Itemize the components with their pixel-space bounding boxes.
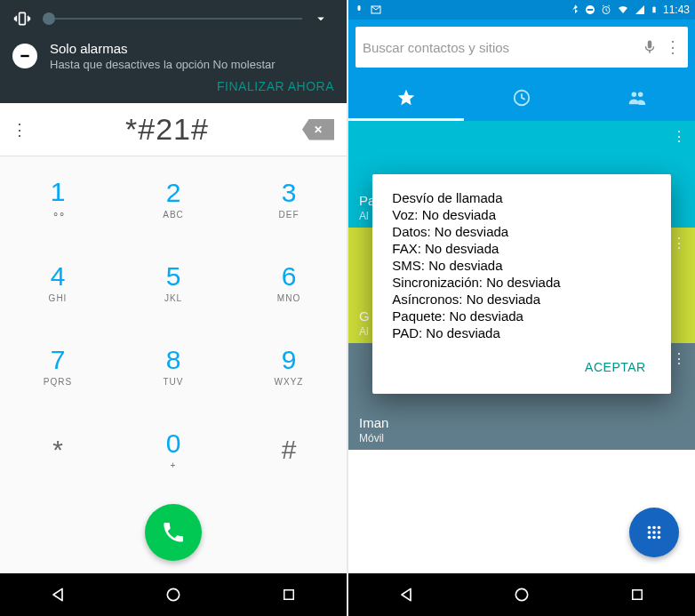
dialog-line: FAX: No desviada (392, 241, 651, 256)
dialog-scrim: Desvío de llamadaVoz: No desviadaDatos: … (348, 121, 695, 573)
key-1[interactable]: 1⚬⚬ (0, 156, 116, 240)
contacts-search[interactable]: Buscar contactos y sitios ⋮ (355, 27, 688, 68)
svg-point-2 (167, 588, 179, 600)
key-letters: MNO (277, 293, 300, 303)
key-number: 3 (282, 178, 297, 208)
key-4[interactable]: 4GHI (0, 240, 116, 324)
call-forwarding-dialog: Desvío de llamadaVoz: No desviadaDatos: … (372, 174, 670, 394)
dialog-line: Asíncronos: No desviada (392, 292, 651, 307)
bluetooth-icon (571, 4, 579, 16)
dialog-line: Paquete: No desviada (392, 308, 651, 324)
contacts-list: ⋮PaAl⋮GAl⋮ImanMóvil Desvío de llamadaVoz… (348, 121, 695, 573)
home-button[interactable] (152, 573, 195, 616)
svg-rect-3 (284, 590, 294, 600)
dialog-line: Datos: No desviada (392, 224, 651, 239)
search-placeholder: Buscar contactos y sitios (363, 40, 635, 55)
status-bar: 11:43 (348, 0, 695, 20)
dnd-status-icon (585, 4, 595, 15)
vibrate-icon (12, 9, 32, 28)
overflow-menu-icon[interactable]: ⋮ (665, 37, 681, 57)
key-number: 8 (166, 345, 181, 375)
key-letters: DEF (279, 210, 300, 220)
svg-point-12 (638, 92, 643, 98)
alarm-icon (601, 4, 611, 15)
key-6[interactable]: 6MNO (231, 240, 347, 324)
tab-recents[interactable] (464, 75, 579, 121)
dnd-subtitle: Hasta que desactives la opción No molest… (50, 58, 276, 71)
key-number: 9 (282, 345, 297, 375)
svg-rect-9 (653, 6, 654, 7)
key-7[interactable]: 7PQRS (0, 324, 116, 408)
dnd-title: Solo alarmas (50, 41, 276, 56)
key-5[interactable]: 5JKL (116, 240, 231, 324)
wifi-icon (617, 4, 629, 15)
key-#[interactable]: # (231, 408, 347, 492)
key-letters: JKL (164, 293, 182, 303)
key-letters: ABC (163, 210, 184, 220)
key-number: 2 (166, 178, 181, 208)
back-button[interactable] (385, 573, 427, 616)
keypad: 1⚬⚬2ABC3DEF4GHI5JKL6MNO7PQRS8TUV9WXYZ*0+… (0, 156, 347, 492)
key-2[interactable]: 2ABC (116, 156, 231, 240)
dialog-line: SMS: No desviada (392, 258, 651, 273)
back-button[interactable] (36, 573, 79, 616)
notification-shade: Solo alarmas Hasta que desactives la opc… (0, 0, 347, 103)
key-3[interactable]: 3DEF (231, 156, 347, 240)
dialog-line: Desvío de llamada (392, 190, 651, 205)
svg-point-11 (632, 92, 637, 98)
key-number: 4 (51, 261, 66, 292)
voice-search-icon (354, 4, 364, 15)
svg-rect-8 (652, 7, 655, 12)
recents-button[interactable] (268, 573, 310, 616)
chevron-down-icon[interactable] (313, 11, 334, 27)
backspace-icon[interactable]: ✕ (302, 119, 334, 140)
search-bar-container: Buscar contactos y sitios ⋮ (348, 20, 695, 75)
key-number: 5 (166, 261, 181, 292)
svg-rect-1 (20, 55, 28, 57)
home-button[interactable] (500, 573, 543, 616)
dialog-accept-button[interactable]: ACEPTAR (579, 353, 651, 381)
dialed-number-row: ⋮ *#21# ✕ (0, 103, 347, 156)
end-now-button[interactable]: FINALIZAR AHORA (217, 79, 334, 93)
key-9[interactable]: 9WXYZ (231, 324, 347, 408)
key-number: 1 (51, 177, 66, 207)
contacts-tabs (348, 75, 695, 121)
key-*[interactable]: * (0, 408, 116, 492)
signal-icon (635, 4, 645, 15)
key-letters: GHI (49, 293, 68, 303)
key-letters: WXYZ (275, 377, 304, 387)
dialer: ⋮ *#21# ✕ 1⚬⚬2ABC3DEF4GHI5JKL6MNO7PQRS8T… (0, 103, 347, 573)
battery-icon (651, 4, 658, 16)
svg-point-22 (515, 588, 527, 600)
dnd-notification[interactable]: Solo alarmas Hasta que desactives la opc… (12, 41, 334, 71)
svg-rect-0 (20, 12, 26, 24)
phone-left-dialer: Solo alarmas Hasta que desactives la opc… (0, 0, 347, 616)
key-0[interactable]: 0+ (116, 408, 231, 492)
volume-row (12, 9, 334, 28)
call-button[interactable] (145, 504, 202, 561)
key-number: 7 (51, 345, 66, 375)
gmail-icon (370, 4, 382, 15)
dialog-line: Voz: No desviada (392, 207, 651, 222)
status-time: 11:43 (663, 4, 690, 16)
volume-slider[interactable] (43, 18, 302, 20)
mic-icon[interactable] (642, 39, 658, 55)
dialog-line: PAD: No desviada (392, 325, 651, 340)
key-number: 6 (282, 261, 297, 292)
key-number: * (52, 435, 63, 465)
phone-right-contacts: 11:43 Buscar contactos y sitios ⋮ ⋮PaAl (348, 0, 695, 616)
svg-rect-23 (633, 590, 643, 600)
overflow-menu-icon[interactable]: ⋮ (7, 120, 32, 140)
android-nav-bar (0, 573, 347, 616)
tab-favorites[interactable] (348, 75, 464, 121)
recents-button[interactable] (616, 573, 659, 616)
android-nav-bar (348, 573, 695, 616)
key-letters: + (171, 460, 177, 470)
key-8[interactable]: 8TUV (116, 324, 231, 408)
tab-contacts[interactable] (579, 75, 695, 121)
key-letters: PQRS (44, 377, 72, 387)
key-letters: TUV (164, 377, 184, 387)
dialog-line: Sincronización: No desviada (392, 275, 651, 290)
volume-knob[interactable] (43, 12, 55, 25)
voicemail-icon: ⚬⚬ (52, 209, 64, 220)
